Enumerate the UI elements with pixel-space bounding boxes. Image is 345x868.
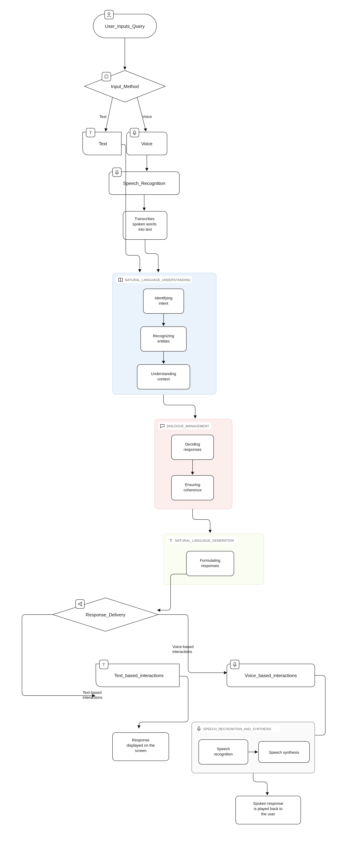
- edge-label-text: Text: [99, 115, 106, 119]
- label-speech-recognition: Speech_Recognition: [123, 181, 165, 186]
- mic-icon: [112, 168, 121, 177]
- cluster-dialogue-management: DIALOGUE_MANAGEMENT Decidingresponses En…: [155, 419, 232, 509]
- node-transcribes: Transcribes spoken words into text: [123, 211, 167, 240]
- label-cluster-nlu: NATURAL_LANGUAGE_UNDERSTANDING: [125, 278, 191, 282]
- cluster-srs: SPEECH_RECOGNITION_AND_SYNTHESIS Speechr…: [192, 722, 315, 773]
- edge: [121, 145, 140, 272]
- node-speech-recognition: Speech_Recognition: [109, 168, 179, 194]
- mic-icon: [130, 128, 139, 137]
- node-input-method: Input_Method: [84, 70, 165, 102]
- label-cluster-nlg: NATURAL_LANGUAGE_GENERATION: [175, 539, 234, 542]
- flowchart-diagram: T User_Inputs_Query Input_Method Text Vo…: [0, 0, 345, 868]
- edge-label-text-interactions: Text-basedinteractions: [83, 690, 103, 700]
- label-voice-based: Voice_based_interactions: [245, 673, 297, 678]
- edge: [253, 773, 267, 795]
- node-text: Text: [83, 128, 121, 155]
- node-user-inputs-query: User_Inputs_Query: [93, 10, 157, 38]
- edge-label-voice-interactions: Voice-basedinteractions: [172, 645, 194, 654]
- label-speech-synthesis: Speech synthesis: [269, 750, 299, 754]
- label-cluster-dm: DIALOGUE_MANAGEMENT: [167, 425, 209, 428]
- edge: [193, 509, 210, 533]
- node-voice: Voice: [127, 128, 167, 155]
- edge-label-voice: Voice: [142, 115, 152, 119]
- square-icon: [102, 72, 111, 81]
- cluster-nlu: NATURAL_LANGUAGE_UNDERSTANDING Identifyi…: [112, 273, 216, 395]
- node-spoken-response: Spoken responseis played back tothe user: [236, 796, 301, 824]
- label-text: Text: [99, 141, 107, 146]
- label-voice: Voice: [141, 141, 152, 146]
- label-input-method: Input_Method: [111, 84, 139, 89]
- edge: [137, 97, 146, 131]
- label-user-inputs-query: User_Inputs_Query: [105, 24, 144, 29]
- node-response-delivery: Response_Delivery: [53, 598, 158, 631]
- edge: [145, 240, 158, 272]
- mic-icon: [230, 660, 239, 669]
- node-response-displayed: Responsedisplayed on thescreen: [112, 733, 169, 761]
- edge: [164, 395, 195, 418]
- node-voice-based-interactions: Voice_based_interactions: [227, 660, 315, 687]
- label-text-based: Text_based_interactions: [114, 673, 164, 678]
- label-cluster-srs: SPEECH_RECOGNITION_AND_SYNTHESIS: [203, 727, 271, 731]
- cluster-nlg: NATURAL_LANGUAGE_GENERATION Formulatingr…: [164, 534, 264, 585]
- edge: [105, 97, 112, 131]
- label-response-delivery: Response_Delivery: [85, 612, 125, 617]
- node-text-based-interactions: Text_based_interactions: [96, 660, 179, 687]
- send-icon: [76, 600, 84, 609]
- edge: [22, 615, 95, 695]
